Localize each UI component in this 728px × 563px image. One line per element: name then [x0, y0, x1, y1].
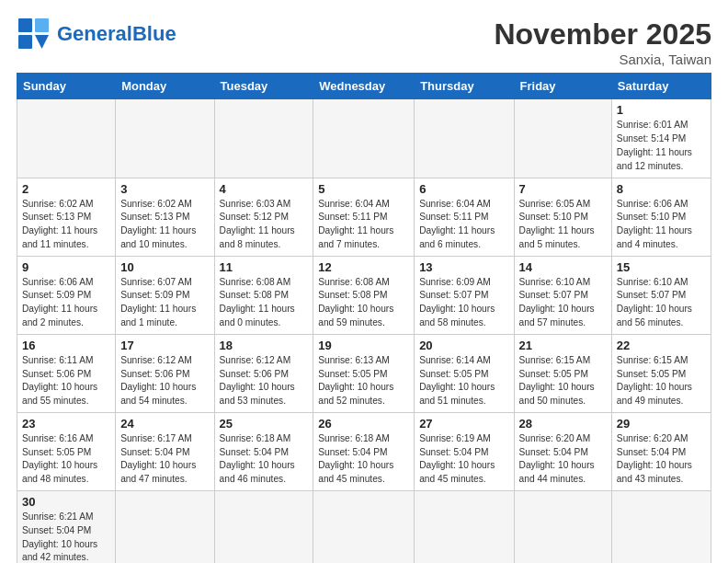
calendar-cell: [415, 99, 514, 178]
calendar-week-row: 30Sunrise: 6:21 AM Sunset: 5:04 PM Dayli…: [17, 491, 711, 563]
day-number: 14: [519, 260, 607, 274]
day-info: Sunrise: 6:10 AM Sunset: 5:07 PM Dayligh…: [617, 276, 706, 330]
day-number: 8: [617, 182, 706, 196]
calendar-cell: 5Sunrise: 6:04 AM Sunset: 5:11 PM Daylig…: [313, 178, 415, 256]
calendar-cell: 15Sunrise: 6:10 AM Sunset: 5:07 PM Dayli…: [611, 256, 711, 334]
day-info: Sunrise: 6:11 AM Sunset: 5:06 PM Dayligh…: [22, 354, 110, 408]
day-info: Sunrise: 6:12 AM Sunset: 5:06 PM Dayligh…: [120, 354, 209, 408]
calendar-cell: 28Sunrise: 6:20 AM Sunset: 5:04 PM Dayli…: [514, 412, 611, 490]
day-info: Sunrise: 6:12 AM Sunset: 5:06 PM Dayligh…: [220, 354, 309, 408]
calendar-cell: [514, 491, 611, 563]
calendar-cell: 24Sunrise: 6:17 AM Sunset: 5:04 PM Dayli…: [116, 412, 214, 490]
day-info: Sunrise: 6:14 AM Sunset: 5:05 PM Dayligh…: [419, 354, 508, 408]
day-number: 25: [220, 417, 309, 431]
day-number: 2: [22, 182, 110, 196]
day-info: Sunrise: 6:18 AM Sunset: 5:04 PM Dayligh…: [318, 432, 409, 487]
page-header: GeneralBlue November 2025 Sanxia, Taiwan: [17, 17, 711, 67]
calendar-cell: 27Sunrise: 6:19 AM Sunset: 5:04 PM Dayli…: [415, 412, 514, 490]
day-number: 1: [617, 103, 706, 117]
day-info: Sunrise: 6:20 AM Sunset: 5:04 PM Dayligh…: [617, 432, 706, 487]
calendar-cell: 29Sunrise: 6:20 AM Sunset: 5:04 PM Dayli…: [611, 412, 711, 490]
day-info: Sunrise: 6:02 AM Sunset: 5:13 PM Dayligh…: [120, 198, 209, 252]
calendar-cell: 17Sunrise: 6:12 AM Sunset: 5:06 PM Dayli…: [116, 334, 214, 412]
calendar-cell: [214, 491, 313, 563]
svg-rect-0: [18, 18, 32, 32]
calendar-cell: 6Sunrise: 6:04 AM Sunset: 5:11 PM Daylig…: [415, 178, 514, 256]
calendar-cell: 9Sunrise: 6:06 AM Sunset: 5:09 PM Daylig…: [17, 256, 116, 334]
calendar-cell: 10Sunrise: 6:07 AM Sunset: 5:09 PM Dayli…: [116, 256, 214, 334]
day-info: Sunrise: 6:06 AM Sunset: 5:10 PM Dayligh…: [617, 198, 706, 252]
calendar-week-row: 23Sunrise: 6:16 AM Sunset: 5:05 PM Dayli…: [17, 412, 711, 490]
calendar-week-row: 2Sunrise: 6:02 AM Sunset: 5:13 PM Daylig…: [17, 178, 711, 256]
day-info: Sunrise: 6:10 AM Sunset: 5:07 PM Dayligh…: [519, 276, 607, 330]
day-info: Sunrise: 6:17 AM Sunset: 5:04 PM Dayligh…: [120, 432, 209, 487]
header-thursday: Thursday: [415, 74, 514, 99]
calendar-cell: [611, 491, 711, 563]
day-info: Sunrise: 6:03 AM Sunset: 5:12 PM Dayligh…: [220, 198, 309, 252]
calendar-cell: 11Sunrise: 6:08 AM Sunset: 5:08 PM Dayli…: [214, 256, 313, 334]
calendar-cell: 14Sunrise: 6:10 AM Sunset: 5:07 PM Dayli…: [514, 256, 611, 334]
day-number: 20: [419, 339, 508, 352]
logo: GeneralBlue: [17, 17, 176, 52]
day-number: 11: [220, 260, 309, 274]
header-friday: Friday: [514, 74, 611, 99]
day-number: 10: [120, 260, 209, 274]
day-info: Sunrise: 6:01 AM Sunset: 5:14 PM Dayligh…: [617, 119, 706, 173]
day-number: 17: [120, 339, 209, 352]
day-info: Sunrise: 6:08 AM Sunset: 5:08 PM Dayligh…: [318, 276, 409, 330]
header-monday: Monday: [116, 74, 214, 99]
calendar-cell: 12Sunrise: 6:08 AM Sunset: 5:08 PM Dayli…: [313, 256, 415, 334]
day-number: 29: [617, 417, 706, 431]
svg-rect-1: [18, 35, 32, 49]
day-info: Sunrise: 6:15 AM Sunset: 5:05 PM Dayligh…: [519, 354, 607, 408]
calendar-cell: 19Sunrise: 6:13 AM Sunset: 5:05 PM Dayli…: [313, 334, 415, 412]
calendar-cell: [313, 99, 415, 178]
calendar-cell: 8Sunrise: 6:06 AM Sunset: 5:10 PM Daylig…: [611, 178, 711, 256]
day-info: Sunrise: 6:04 AM Sunset: 5:11 PM Dayligh…: [318, 198, 409, 252]
calendar-cell: [214, 99, 313, 178]
day-number: 18: [220, 339, 309, 352]
calendar-cell: 7Sunrise: 6:05 AM Sunset: 5:10 PM Daylig…: [514, 178, 611, 256]
calendar-cell: 25Sunrise: 6:18 AM Sunset: 5:04 PM Dayli…: [214, 412, 313, 490]
day-number: 12: [318, 260, 409, 274]
day-number: 24: [120, 417, 209, 431]
month-title: November 2025: [494, 17, 711, 52]
title-block: November 2025 Sanxia, Taiwan: [494, 17, 711, 67]
day-number: 13: [419, 260, 508, 274]
day-info: Sunrise: 6:02 AM Sunset: 5:13 PM Dayligh…: [22, 198, 110, 252]
calendar-cell: 1Sunrise: 6:01 AM Sunset: 5:14 PM Daylig…: [611, 99, 711, 178]
day-info: Sunrise: 6:20 AM Sunset: 5:04 PM Dayligh…: [519, 432, 607, 487]
calendar-cell: 20Sunrise: 6:14 AM Sunset: 5:05 PM Dayli…: [415, 334, 514, 412]
calendar-cell: [313, 491, 415, 563]
day-number: 22: [617, 339, 706, 352]
calendar-cell: 3Sunrise: 6:02 AM Sunset: 5:13 PM Daylig…: [116, 178, 214, 256]
day-number: 6: [419, 182, 508, 196]
logo-general: General: [57, 22, 132, 45]
calendar-header-row: SundayMondayTuesdayWednesdayThursdayFrid…: [17, 74, 711, 99]
calendar-cell: [116, 99, 214, 178]
day-number: 15: [617, 260, 706, 274]
calendar-cell: [17, 99, 116, 178]
day-info: Sunrise: 6:08 AM Sunset: 5:08 PM Dayligh…: [220, 276, 309, 330]
day-number: 23: [22, 417, 110, 431]
header-sunday: Sunday: [17, 74, 116, 99]
logo-blue: Blue: [132, 22, 176, 45]
calendar-week-row: 1Sunrise: 6:01 AM Sunset: 5:14 PM Daylig…: [17, 99, 711, 178]
calendar-cell: 2Sunrise: 6:02 AM Sunset: 5:13 PM Daylig…: [17, 178, 116, 256]
svg-rect-2: [35, 18, 49, 32]
calendar-cell: [415, 491, 514, 563]
calendar-cell: 4Sunrise: 6:03 AM Sunset: 5:12 PM Daylig…: [214, 178, 313, 256]
day-info: Sunrise: 6:19 AM Sunset: 5:04 PM Dayligh…: [419, 432, 508, 487]
day-number: 16: [22, 339, 110, 352]
svg-marker-3: [35, 35, 49, 49]
day-info: Sunrise: 6:05 AM Sunset: 5:10 PM Dayligh…: [519, 198, 607, 252]
logo-icon: [17, 17, 51, 52]
day-number: 27: [419, 417, 508, 431]
day-number: 30: [22, 495, 110, 509]
calendar-cell: 30Sunrise: 6:21 AM Sunset: 5:04 PM Dayli…: [17, 491, 116, 563]
day-number: 19: [318, 339, 409, 352]
calendar-cell: 26Sunrise: 6:18 AM Sunset: 5:04 PM Dayli…: [313, 412, 415, 490]
calendar-cell: [116, 491, 214, 563]
day-info: Sunrise: 6:04 AM Sunset: 5:11 PM Dayligh…: [419, 198, 508, 252]
calendar-cell: 22Sunrise: 6:15 AM Sunset: 5:05 PM Dayli…: [611, 334, 711, 412]
